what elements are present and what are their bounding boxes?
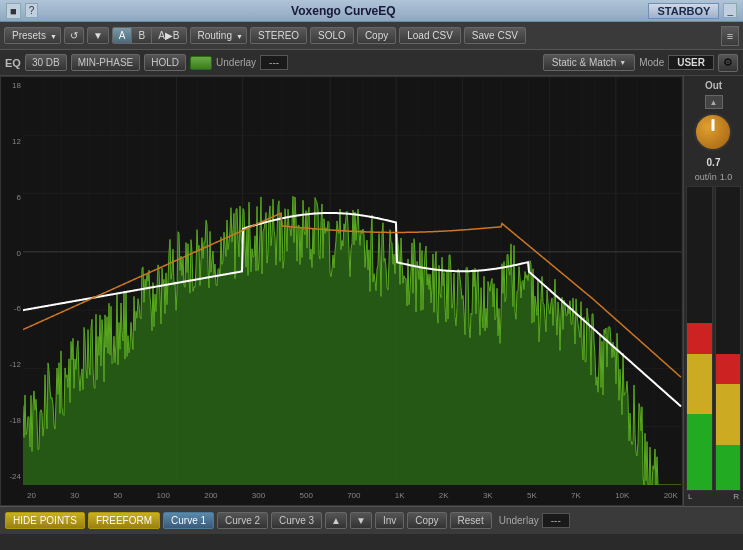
x-label-100: 100 (157, 491, 170, 500)
bottom-underlay-value: --- (542, 513, 570, 528)
knob-container (694, 113, 734, 153)
output-knob[interactable] (694, 113, 732, 151)
x-label-1k: 1K (395, 491, 405, 500)
x-label-200: 200 (204, 491, 217, 500)
static-match-button[interactable]: Static & Match (543, 54, 635, 71)
x-label-20: 20 (27, 491, 36, 500)
vu-left-label: L (688, 492, 692, 501)
out-label: Out (705, 80, 722, 91)
y-label-18: 18 (3, 81, 21, 90)
eq-label: EQ (5, 57, 21, 69)
x-label-500: 500 (299, 491, 312, 500)
copy-bottom-button[interactable]: Copy (407, 512, 446, 529)
x-label-300: 300 (252, 491, 265, 500)
knob-value: 0.7 (707, 157, 721, 168)
arrow-down-button[interactable]: ▼ (87, 27, 109, 44)
copy-toolbar-button[interactable]: Copy (357, 27, 396, 44)
30db-button[interactable]: 30 DB (25, 54, 67, 71)
menu-icon[interactable]: ≡ (721, 26, 739, 46)
load-csv-button[interactable]: Load CSV (399, 27, 461, 44)
curve1-button[interactable]: Curve 1 (163, 512, 214, 529)
reset-button[interactable]: Reset (450, 512, 492, 529)
x-label-20k: 20K (664, 491, 678, 500)
mode-value: USER (668, 55, 714, 70)
hide-points-button[interactable]: HIDE POINTS (5, 512, 85, 529)
preset-name[interactable]: STARBOY (648, 3, 719, 19)
bottom-underlay-label: Underlay (499, 515, 539, 526)
toolbar: Presets ↺ ▼ A B A▶B Routing STEREO SOLO … (0, 22, 743, 50)
power-led[interactable] (190, 56, 212, 70)
x-label-700: 700 (347, 491, 360, 500)
right-panel: Out ▲ 0.7 out/in 1.0 L R (683, 76, 743, 506)
x-label-7k: 7K (571, 491, 581, 500)
system-menu-icon[interactable]: ■ (6, 3, 21, 19)
y-label-n24: -24 (3, 472, 21, 481)
y-label-n6: -6 (3, 304, 21, 313)
y-label-n18: -18 (3, 416, 21, 425)
inv-button[interactable]: Inv (375, 512, 404, 529)
window-minimize-icon[interactable]: _ (723, 3, 737, 18)
x-label-50: 50 (113, 491, 122, 500)
freeform-button[interactable]: FREEFORM (88, 512, 160, 529)
x-label-3k: 3K (483, 491, 493, 500)
outin-value: 1.0 (720, 172, 733, 182)
x-axis: 20 30 50 100 200 300 500 700 1K 2K 3K 5K… (23, 485, 682, 505)
minphase-button[interactable]: MIN-PHASE (71, 54, 141, 71)
settings-icon[interactable]: ⚙ (718, 54, 738, 72)
outin-row: out/in 1.0 (695, 172, 733, 182)
eq-bar: EQ 30 DB MIN-PHASE HOLD Underlay --- Sta… (0, 50, 743, 76)
underlay-label: Underlay (216, 57, 256, 68)
presets-button[interactable]: Presets (4, 27, 61, 44)
underlay-value: --- (260, 55, 288, 70)
outin-label: out/in (695, 172, 717, 182)
refresh-button[interactable]: ↺ (64, 27, 84, 44)
hold-button[interactable]: HOLD (144, 54, 186, 71)
title-bar: ■ ? Voxengo CurveEQ STARBOY _ (0, 0, 743, 22)
y-label-6: 6 (3, 193, 21, 202)
vu-meter: L R (686, 186, 741, 502)
curve-up-arrow[interactable]: ▲ (325, 512, 347, 529)
vu-bar-right (715, 186, 742, 491)
mode-label: Mode (639, 57, 664, 68)
main-area: 18 12 6 0 -6 -12 -18 -24 20 30 50 100 20… (0, 76, 743, 506)
hamburger-icon: ≡ (727, 30, 733, 42)
help-icon[interactable]: ? (25, 3, 39, 18)
scroll-up-button[interactable]: ▲ (705, 95, 723, 109)
eq-display[interactable]: 18 12 6 0 -6 -12 -18 -24 20 30 50 100 20… (0, 76, 683, 506)
x-label-10k: 10K (615, 491, 629, 500)
x-label-5k: 5K (527, 491, 537, 500)
curve2-button[interactable]: Curve 2 (217, 512, 268, 529)
ab-group: A B A▶B (112, 27, 187, 44)
ab-b-button[interactable]: B (132, 28, 152, 43)
y-label-12: 12 (3, 137, 21, 146)
vu-right-label: R (733, 492, 739, 501)
routing-button[interactable]: Routing (190, 27, 247, 44)
y-axis: 18 12 6 0 -6 -12 -18 -24 (1, 77, 23, 485)
stereo-button[interactable]: STEREO (250, 27, 307, 44)
ab-arrow-button[interactable]: A▶B (152, 28, 185, 43)
vu-bars (686, 186, 741, 491)
save-csv-button[interactable]: Save CSV (464, 27, 526, 44)
vu-bar-left (686, 186, 713, 491)
app-title: Voxengo CurveEQ (38, 4, 648, 18)
x-label-2k: 2K (439, 491, 449, 500)
x-label-30: 30 (70, 491, 79, 500)
bottom-bar: HIDE POINTS FREEFORM Curve 1 Curve 2 Cur… (0, 506, 743, 534)
eq-canvas[interactable] (23, 77, 682, 485)
ab-a-button[interactable]: A (113, 28, 133, 43)
curve3-button[interactable]: Curve 3 (271, 512, 322, 529)
solo-button[interactable]: SOLO (310, 27, 354, 44)
y-label-0: 0 (3, 249, 21, 258)
curve-down-arrow[interactable]: ▼ (350, 512, 372, 529)
y-label-n12: -12 (3, 360, 21, 369)
